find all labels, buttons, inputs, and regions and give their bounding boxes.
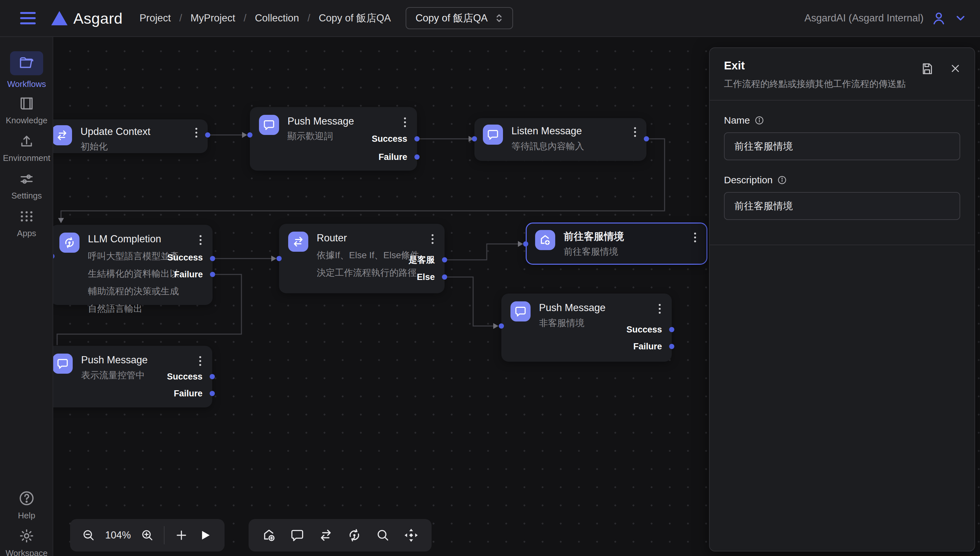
port-failure[interactable]: Failure xyxy=(174,270,203,279)
node-title: LLM Completion xyxy=(88,233,193,246)
llm-refresh-bulb-icon xyxy=(59,233,79,253)
node-menu-button[interactable] xyxy=(193,125,199,140)
node-llm-completion[interactable]: LLM Completion 呼叫大型語言模型並產生結構化的資料輸出以輔助流程的… xyxy=(50,225,213,305)
node-menu-button[interactable] xyxy=(197,233,204,247)
name-field-label: Name xyxy=(724,115,960,126)
workflows-folder-icon xyxy=(10,51,43,75)
app-header: Asgard Project / MyProject / Collection … xyxy=(0,0,980,37)
chat-bubble-icon xyxy=(53,354,73,374)
node-title: Router xyxy=(317,232,425,245)
search-nodes-button[interactable] xyxy=(376,528,390,542)
upload-icon xyxy=(18,133,35,149)
brand[interactable]: Asgard xyxy=(51,10,123,27)
node-title: Update Context xyxy=(81,125,189,138)
node-listen-message[interactable]: Listen Message 等待訊息內容輸入 xyxy=(474,118,647,161)
zoom-in-icon xyxy=(141,529,154,542)
node-title: Push Message xyxy=(288,115,398,128)
save-icon[interactable] xyxy=(921,62,933,75)
node-push-message-3[interactable]: Push Message 表示流量控管中 Success Failure xyxy=(44,346,212,407)
description-input[interactable] xyxy=(724,192,960,220)
hamburger-menu-icon[interactable] xyxy=(20,12,36,24)
sidebar-item-environment[interactable]: Environment xyxy=(0,133,53,163)
node-router[interactable]: Router 依據If、Else If、Else條件決定工作流程執行的路徑 是客… xyxy=(279,224,445,293)
run-workflow-button[interactable] xyxy=(198,529,211,542)
node-subtitle: 前往客服情境 xyxy=(564,245,687,259)
port-success[interactable]: Success xyxy=(626,325,662,335)
node-menu-button[interactable] xyxy=(430,232,435,247)
add-message-node-button[interactable] xyxy=(290,528,304,542)
zoom-toolbar: 104% xyxy=(70,519,225,551)
breadcrumb-myproject[interactable]: MyProject xyxy=(191,12,235,24)
close-icon[interactable] xyxy=(949,62,962,74)
panel-description: 工作流程的終點或接續其他工作流程的傳送點 xyxy=(724,78,960,90)
add-exit-node-button[interactable] xyxy=(262,528,277,543)
chevron-down-icon[interactable] xyxy=(954,12,967,25)
workflow-selector[interactable]: Copy of 飯店QA xyxy=(406,7,513,29)
info-icon[interactable] xyxy=(754,115,764,125)
node-menu-button[interactable] xyxy=(657,301,663,316)
node-title: Listen Message xyxy=(511,124,627,137)
sidebar-item-workspace[interactable]: Workspace xyxy=(0,527,53,556)
apps-grid-icon xyxy=(18,208,35,225)
node-menu-button[interactable] xyxy=(632,124,638,139)
name-input[interactable] xyxy=(724,133,960,160)
user-icon[interactable] xyxy=(931,11,946,26)
port-success[interactable]: Success xyxy=(167,253,203,262)
node-title: Push Message xyxy=(81,354,193,367)
node-push-message-2[interactable]: Push Message 非客服情境 Success Failure xyxy=(501,294,672,362)
port-failure[interactable]: Failure xyxy=(633,341,662,351)
move-icon xyxy=(404,528,419,543)
toolbar-divider xyxy=(164,526,165,544)
brand-name: Asgard xyxy=(73,10,123,27)
help-icon xyxy=(18,490,35,507)
node-properties-panel: Exit 工作流程的終點或接續其他工作流程的傳送點 Name Descripti… xyxy=(709,47,975,551)
chat-bubble-icon xyxy=(259,115,279,135)
breadcrumb-project[interactable]: Project xyxy=(139,12,171,24)
play-icon xyxy=(198,529,211,542)
port-else[interactable]: Else xyxy=(417,272,435,282)
sidebar-item-workflows[interactable]: Workflows xyxy=(0,51,53,89)
node-subtitle: 依據If、Else If、Else條件決定工作流程執行的路徑 xyxy=(317,247,424,281)
sliders-icon xyxy=(18,171,35,187)
info-icon[interactable] xyxy=(777,175,787,185)
asgard-logo-icon xyxy=(51,10,68,26)
swap-arrows-icon xyxy=(288,232,308,252)
gear-icon xyxy=(18,527,35,544)
sidebar-item-apps[interactable]: Apps xyxy=(0,208,53,238)
node-title: 前往客服情境 xyxy=(564,230,687,243)
description-field-label: Description xyxy=(724,175,960,186)
zoom-out-button[interactable] xyxy=(82,529,95,542)
port-is-cs[interactable]: 是客服 xyxy=(409,255,435,265)
node-title: Push Message xyxy=(539,301,652,314)
exit-house-plus-icon xyxy=(262,528,277,543)
add-node-button[interactable] xyxy=(174,528,189,542)
zoom-level: 104% xyxy=(105,529,131,541)
node-update-context[interactable]: Update Context 初始化 xyxy=(44,120,208,153)
exit-house-plus-icon xyxy=(535,230,555,250)
port-failure[interactable]: Failure xyxy=(174,389,202,398)
node-menu-button[interactable] xyxy=(402,115,408,130)
sidebar-item-knowledge[interactable]: Knowledge xyxy=(0,95,53,126)
plus-icon xyxy=(174,528,189,542)
add-llm-node-button[interactable] xyxy=(347,528,362,543)
pan-move-button[interactable] xyxy=(404,528,419,543)
node-push-message-1[interactable]: Push Message 顯示歡迎詞 Success Failure xyxy=(250,107,417,171)
breadcrumb: Project / MyProject / Collection / Copy … xyxy=(139,11,391,25)
search-icon xyxy=(376,528,390,542)
sidebar-item-help[interactable]: Help xyxy=(0,490,53,520)
swap-arrows-icon xyxy=(52,125,72,145)
breadcrumb-workflow[interactable]: Copy of 飯店QA xyxy=(319,11,391,25)
node-subtitle: 等待訊息內容輸入 xyxy=(511,139,627,153)
node-menu-button[interactable] xyxy=(197,354,203,369)
breadcrumb-collection[interactable]: Collection xyxy=(255,12,299,24)
sidebar-item-settings[interactable]: Settings xyxy=(0,171,53,201)
node-goto-cs[interactable]: 前往客服情境 前往客服情境 xyxy=(526,223,707,265)
node-menu-button[interactable] xyxy=(692,230,698,245)
zoom-in-button[interactable] xyxy=(141,529,154,542)
port-success[interactable]: Success xyxy=(372,134,407,144)
add-router-node-button[interactable] xyxy=(319,528,333,543)
port-success[interactable]: Success xyxy=(167,372,202,381)
account-name: AsgardAI (Asgard Internal) xyxy=(804,12,923,24)
port-failure[interactable]: Failure xyxy=(378,152,407,162)
chat-bubble-icon xyxy=(511,301,530,322)
